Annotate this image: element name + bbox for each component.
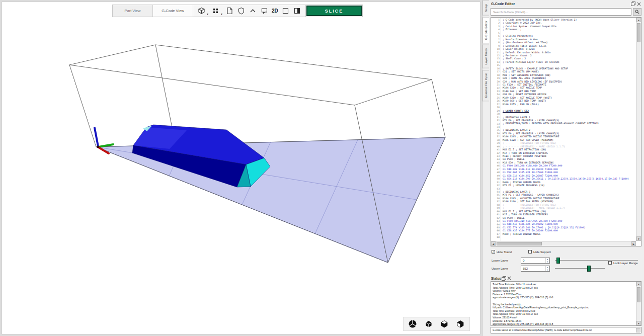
spin-down-arrow[interactable]: ▼: [545, 261, 549, 263]
toggle-2d-button[interactable]: 2D: [272, 8, 278, 14]
horizontal-scroll-thumb[interactable]: [497, 242, 542, 245]
status-log-line: Slicing the loaded part(s)...: [493, 303, 635, 306]
slicer-app: Part View G-Code View ▾ ▾: [0, 0, 644, 336]
layer-controls: ✓ Hide Travel Hide Support Lower Layer 0…: [491, 249, 642, 274]
close-panel-icon[interactable]: [507, 276, 512, 281]
checkbox-box: ✓: [492, 250, 495, 254]
gcode-line[interactable]: G1 X64.118 Y184.790 E0.35411 ; [0.11][0.…: [503, 178, 636, 181]
close-panel-icon[interactable]: [636, 1, 641, 7]
hide-support-checkbox[interactable]: Hide Support: [528, 250, 551, 254]
side-tab-layer-times[interactable]: Layer Times: [482, 45, 489, 68]
status-log-line: Total Time Estimate: 00 hr 8 min 2 sec: [493, 309, 635, 313]
axes-origin-dot: [97, 146, 100, 148]
hide-travel-checkbox[interactable]: ✓ Hide Travel: [492, 250, 512, 254]
status-log-line: Total Adjusted Time: 00 hr 11 min 27 sec: [493, 286, 635, 290]
status-log-line: Distance: 1.72032e+05 m: [493, 293, 635, 296]
spinner-arrows: ▲ ▼: [545, 258, 549, 263]
frame-icon[interactable]: [281, 7, 290, 15]
side-view-button[interactable]: [454, 318, 467, 330]
scroll-down-arrow[interactable]: ▼: [636, 236, 641, 241]
gcode-search-input[interactable]: [491, 8, 631, 16]
hide-travel-label: Hide Travel: [497, 250, 512, 254]
lower-layer-label: Lower Layer: [492, 259, 508, 262]
upper-layer-slider[interactable]: [555, 266, 605, 272]
viewport-3d[interactable]: Part View G-Code View ▾ ▾: [2, 2, 480, 334]
hide-support-label: Hide Support: [533, 250, 551, 254]
scroll-left-arrow[interactable]: ◀: [491, 241, 496, 246]
chevron-down-icon[interactable]: ▾: [221, 12, 222, 17]
lower-layer-spinner[interactable]: 0 ▲ ▼: [521, 258, 550, 264]
iso-box-icon[interactable]: [197, 7, 206, 15]
vertical-scroll-thumb[interactable]: [637, 23, 640, 42]
editor-vertical-scrollbar[interactable]: ▲ ▼: [636, 18, 641, 241]
checkbox-box: [528, 250, 532, 254]
status-latest-line: G-code saved at C:/Users/User/Desktop/Sl…: [491, 327, 641, 333]
status-log-line: Distance: 1.57275e+05 m: [493, 319, 635, 323]
dots-grid-icon[interactable]: [211, 7, 220, 15]
gcode-panel: SetupG-Code EditorLayer TimesExternal Fi…: [482, 0, 644, 336]
chevron-up-icon[interactable]: [249, 7, 257, 15]
status-log-line: full path: C:/Users/User/AppData/Roaming…: [493, 306, 635, 309]
upper-layer-value: 552: [521, 266, 545, 271]
viewport-toolbar: Part View G-Code View ▾ ▾: [112, 5, 363, 17]
status-log-line: Total Adjusted Time: 00 hr 10 min 17 sec: [493, 312, 635, 316]
gcode-search-row: [491, 8, 641, 16]
speech-bubble-icon[interactable]: [260, 7, 269, 15]
scroll-up-arrow[interactable]: ▲: [636, 18, 641, 22]
scroll-right-arrow[interactable]: ▶: [631, 241, 636, 246]
isometric-view-button[interactable]: [406, 318, 419, 330]
status-log-line: Volume: 4005.6 mm³: [493, 289, 635, 293]
search-button[interactable]: [633, 8, 641, 16]
checkbox-box: [608, 261, 612, 265]
slice-button[interactable]: SLICE: [306, 6, 362, 16]
slider-track: [555, 260, 638, 261]
console-scrollbar[interactable]: ▲ ▼: [636, 282, 641, 325]
console-resize-grip[interactable]: [636, 328, 640, 332]
lock-layer-range-label: Lock Layer Range: [613, 262, 638, 265]
gcode-editor[interactable]: 1234567891011121314151617181920212223242…: [491, 17, 641, 246]
side-tab-setup[interactable]: Setup: [482, 1, 489, 16]
scroll-down-arrow[interactable]: ▼: [636, 321, 641, 325]
shield-icon[interactable]: [237, 7, 246, 15]
spinner-arrows: ▲ ▼: [545, 266, 549, 271]
status-log-lines: Total Time Estimate: 00 hr 11 min 4 secT…: [493, 283, 635, 325]
lower-layer-slider-handle[interactable]: [556, 258, 560, 264]
build-volume-scene: [2, 2, 480, 334]
side-tab-g-code-editor[interactable]: G-Code Editor: [482, 17, 489, 43]
top-view-button[interactable]: [438, 318, 451, 330]
upper-layer-slider-handle[interactable]: [587, 266, 591, 272]
front-view-button[interactable]: [422, 318, 435, 330]
gcode-gutter: 1234567891011121314151617181920212223242…: [491, 18, 501, 241]
lock-layer-range-checkbox[interactable]: Lock Layer Range: [608, 261, 638, 265]
status-titlebar: Status: [490, 275, 643, 281]
status-log-line: Total Time Estimate: 00 hr 11 min 4 sec: [493, 283, 635, 286]
gcode-editor-title: G-Code Editor: [491, 2, 515, 6]
float-window-icon[interactable]: [630, 1, 636, 7]
status-log-line: [493, 299, 635, 303]
toolbar-icon-group: ▾ ▾: [193, 5, 306, 17]
float-window-icon[interactable]: [501, 276, 507, 281]
console-scroll-thumb[interactable]: [637, 287, 640, 302]
panel-right-icon[interactable]: [293, 7, 301, 15]
chevron-down-icon[interactable]: ▾: [207, 12, 208, 17]
gcode-line-number: 68: [491, 236, 500, 239]
lower-layer-value: 0: [521, 258, 545, 263]
status-console[interactable]: Total Time Estimate: 00 hr 11 min 4 secT…: [491, 281, 641, 326]
side-tab-external-file-input[interactable]: External File Input: [482, 70, 489, 101]
gcode-line[interactable]: [503, 236, 636, 239]
status-title: Status: [491, 277, 501, 280]
upper-layer-spinner[interactable]: 552 ▲ ▼: [521, 266, 550, 272]
view-orientation-bar: [403, 317, 470, 331]
tab-gcode-view[interactable]: G-Code View: [153, 5, 193, 17]
tab-part-view[interactable]: Part View: [113, 5, 153, 17]
spin-down-arrow[interactable]: ▼: [545, 269, 549, 271]
upper-layer-label: Upper Layer: [492, 267, 508, 270]
status-latest-text: G-code saved at C:/Users/User/Desktop/Sl…: [493, 328, 592, 331]
editor-horizontal-scrollbar[interactable]: ◀ ▶: [491, 241, 636, 246]
status-log-line: approximate ranges (X): 275-325 (Y): 284…: [493, 296, 635, 299]
gcode-lines: ; G-Code generated by (NEW) Open Slicer …: [501, 18, 636, 241]
scroll-up-arrow[interactable]: ▲: [636, 282, 641, 286]
new-file-icon[interactable]: [225, 7, 234, 15]
slider-track: [555, 268, 605, 269]
gcode-editor-titlebar: G-Code Editor: [490, 1, 643, 7]
